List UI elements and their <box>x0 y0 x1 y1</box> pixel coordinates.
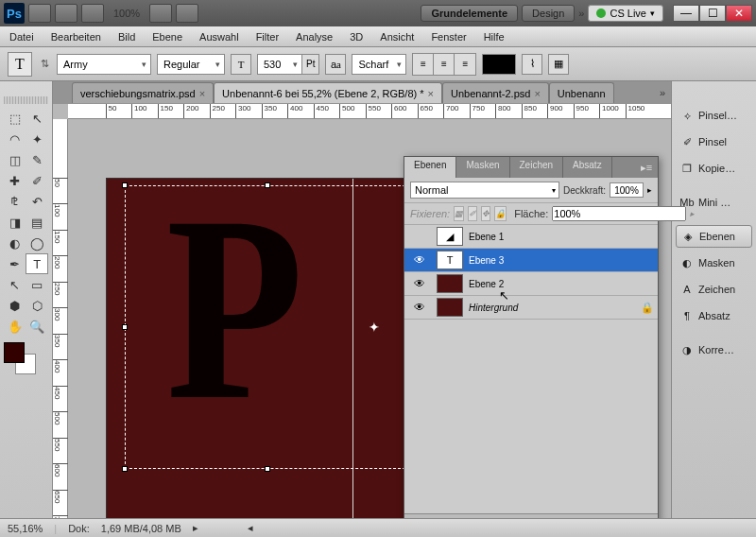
menu-bild[interactable]: Bild <box>118 31 135 43</box>
doc-tab-3[interactable]: Unbenann <box>549 82 614 103</box>
minibridge-icon[interactable] <box>55 4 77 23</box>
align-center-button[interactable]: ≡ <box>434 54 455 75</box>
panel-tab-absatz[interactable]: Absatz <box>563 157 612 178</box>
lock-transparent-icon[interactable]: ▦ <box>454 206 464 221</box>
panel-tab-masken[interactable]: Masken <box>456 157 509 178</box>
layer-name[interactable]: Hintergrund <box>469 303 518 313</box>
crop-tool[interactable]: ◫ <box>4 149 26 170</box>
dock-panel-pinsel[interactable]: ✐Pinsel <box>676 130 752 153</box>
status-menu-icon[interactable]: ▸ <box>193 522 198 534</box>
gradient-tool[interactable]: ▤ <box>26 212 49 233</box>
doc-tab-2[interactable]: Unbenannt-2.psd× <box>442 82 549 103</box>
lock-paint-icon[interactable]: ✐ <box>468 206 477 221</box>
dock-panel-absatz[interactable]: ¶Absatz <box>676 304 752 327</box>
dock-panel-zeichen[interactable]: AZeichen <box>676 278 752 301</box>
menu-datei[interactable]: Datei <box>9 31 34 43</box>
type-tool[interactable]: T <box>26 253 48 274</box>
toolbox-grip[interactable] <box>4 96 48 104</box>
stamp-tool[interactable]: ⅊ <box>4 191 26 212</box>
path-sel-tool[interactable]: ↖ <box>4 274 26 295</box>
fg-color-swatch[interactable] <box>4 342 25 363</box>
wand-tool[interactable]: ✦ <box>26 129 49 149</box>
layer-row[interactable]: 👁 Ebene 2 <box>404 272 658 296</box>
font-style-dropdown[interactable]: Regular <box>157 54 225 75</box>
eyedropper-tool[interactable]: ✎ <box>26 149 49 170</box>
layer-thumb[interactable]: ◢ <box>437 227 463 246</box>
workspace-more-icon[interactable]: » <box>578 8 584 19</box>
warp-text-icon[interactable]: ⌇ <box>522 54 542 75</box>
visibility-toggle[interactable]: 👁 <box>408 277 431 290</box>
lasso-tool[interactable]: ◠ <box>4 129 26 149</box>
layer-thumb[interactable]: T <box>437 251 463 269</box>
blur-tool[interactable]: ◐ <box>4 233 26 253</box>
transform-center-icon[interactable]: ✦ <box>369 320 380 335</box>
dock-panel-masken[interactable]: ◐Masken <box>676 251 752 274</box>
menu-fenster[interactable]: Fenster <box>431 31 466 43</box>
menu-ebene[interactable]: Ebene <box>152 31 182 43</box>
lock-all-icon[interactable]: 🔒 <box>494 206 507 221</box>
layer-row[interactable]: 👁 Hintergrund🔒 <box>404 296 658 320</box>
handle-ml[interactable] <box>122 324 128 330</box>
layer-name[interactable]: Ebene 3 <box>469 255 504 266</box>
layer-name[interactable]: Ebene 1 <box>469 232 504 242</box>
layer-row[interactable]: ◢ Ebene 1 <box>404 225 658 249</box>
align-right-button[interactable]: ≡ <box>455 54 475 75</box>
visibility-toggle[interactable]: 👁 <box>408 253 431 267</box>
3d-tool[interactable]: ⬢ <box>4 295 26 316</box>
dock-panel-kopie[interactable]: ❐Kopie… <box>676 157 752 180</box>
screen-mode-icon[interactable] <box>81 4 104 23</box>
window-minimize-button[interactable]: — <box>673 5 699 22</box>
opacity-input[interactable] <box>610 182 644 198</box>
bridge-icon[interactable] <box>28 4 51 23</box>
align-left-button[interactable]: ≡ <box>413 54 434 75</box>
layer-name[interactable]: Ebene 2 <box>469 279 504 289</box>
history-brush-tool[interactable]: ↶ <box>26 191 49 212</box>
status-zoom[interactable]: 55,16% <box>8 523 43 534</box>
fill-input[interactable] <box>552 206 686 221</box>
arrange-icon[interactable] <box>149 4 172 23</box>
opacity-slider-icon[interactable]: ▸ <box>647 185 652 195</box>
panel-tab-zeichen[interactable]: Zeichen <box>510 157 564 178</box>
menu-auswahl[interactable]: Auswahl <box>199 31 239 43</box>
dock-panel-mini[interactable]: MbMini … <box>676 191 752 214</box>
dock-panel-korre[interactable]: ◑Korre… <box>676 338 752 361</box>
3d-cam-tool[interactable]: ⬡ <box>26 295 49 316</box>
ruler-vertical[interactable]: 5010015020025030035040045050055060065070… <box>53 119 68 518</box>
zoom-tool[interactable]: 🔍 <box>26 316 49 337</box>
menu-hilfe[interactable]: Hilfe <box>484 31 505 43</box>
close-icon[interactable]: × <box>428 88 434 99</box>
move-tool[interactable]: ⬚ <box>4 108 26 129</box>
dock-panel-ebenen[interactable]: ◈Ebenen <box>676 225 752 248</box>
heal-tool[interactable]: ✚ <box>4 170 26 191</box>
doc-tabs-more-icon[interactable]: » <box>654 87 671 98</box>
panel-tab-ebenen[interactable]: Ebenen <box>404 157 456 178</box>
blend-mode-dropdown[interactable]: Normal <box>410 182 559 199</box>
hand-tool[interactable]: ✋ <box>4 316 26 337</box>
font-family-dropdown[interactable]: Army <box>57 54 151 75</box>
titlebar-zoom[interactable]: 100% <box>113 8 140 19</box>
handle-bm[interactable] <box>265 466 270 472</box>
menu-bearbeiten[interactable]: Bearbeiten <box>51 31 101 43</box>
layer-row[interactable]: 👁 T Ebene 3↖ <box>404 249 658 272</box>
handle-tm[interactable] <box>265 182 270 188</box>
doc-tab-1[interactable]: Unbenannt-6 bei 55,2% (Ebene 2, RGB/8) *… <box>214 82 442 103</box>
menu-analyse[interactable]: Analyse <box>296 31 333 43</box>
handle-tl[interactable] <box>122 182 128 188</box>
workspace-selector-design[interactable]: Design <box>522 5 575 22</box>
window-close-button[interactable]: ✕ <box>726 5 752 22</box>
close-icon[interactable]: × <box>199 88 205 99</box>
extras-icon[interactable] <box>176 4 198 23</box>
menu-ansicht[interactable]: Ansicht <box>380 31 414 43</box>
cslive-button[interactable]: CS Live▾ <box>588 5 663 22</box>
dodge-tool[interactable]: ◯ <box>26 233 49 253</box>
ruler-horizontal[interactable]: 5010015020025030035040045050055060065070… <box>68 104 671 119</box>
eraser-tool[interactable]: ◨ <box>4 212 26 233</box>
menu-filter[interactable]: Filter <box>256 31 279 43</box>
layer-thumb[interactable] <box>437 274 463 293</box>
font-size-input[interactable]: 530 <box>257 54 302 75</box>
doc-tab-0[interactable]: verschiebungsmatrix.psd× <box>72 82 214 103</box>
text-color-swatch[interactable] <box>482 54 516 75</box>
close-icon[interactable]: × <box>534 88 540 99</box>
pen-tool[interactable]: ✒ <box>4 253 26 274</box>
workspace-selector-active[interactable]: Grundelemente <box>421 5 518 22</box>
